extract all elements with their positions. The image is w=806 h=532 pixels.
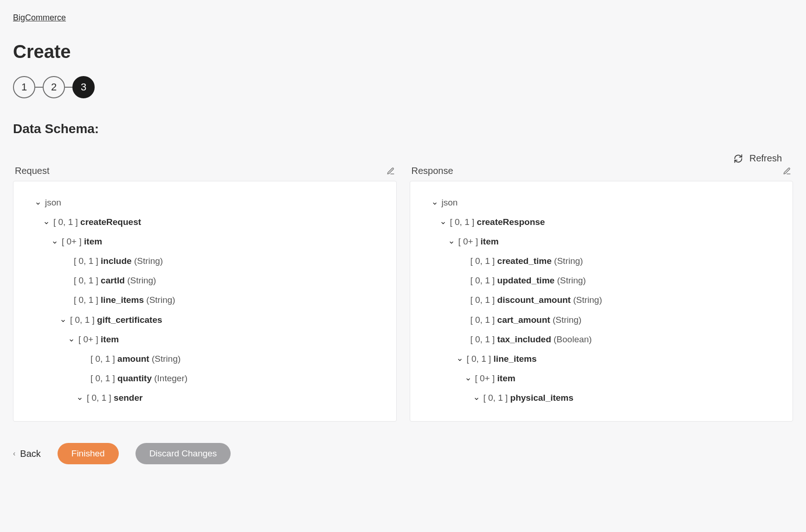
schema-node: [ 0, 1 ] tax_included (Boolean) [457,331,782,348]
request-title: Request [15,166,50,176]
schema-node: [ 0, 1 ] createRequest [43,214,385,231]
schema-node-label: [ 0, 1 ] discount_amount (String) [471,292,602,308]
request-schema: json[ 0, 1 ] createRequest[ 0+ ] item[ 0… [13,181,397,422]
breadcrumb-bigcommerce[interactable]: BigCommerce [13,13,66,22]
schema-node: [ 0, 1 ] physical_items [473,390,782,406]
schema-node: [ 0+ ] item [448,233,782,250]
chevron-down-icon[interactable] [60,318,66,324]
schema-node: [ 0, 1 ] amount (String) [77,351,385,367]
schema-node-label: [ 0, 1 ] include (String) [74,253,163,269]
chevron-down-icon[interactable] [35,200,41,207]
discard-changes-button[interactable]: Discard Changes [135,443,231,464]
schema-node-label: [ 0, 1 ] cartId (String) [74,272,156,289]
schema-node-label: [ 0, 1 ] amount (String) [90,351,181,367]
response-schema: json[ 0, 1 ] createResponse[ 0+ ] item[ … [410,181,793,422]
schema-node: [ 0, 1 ] quantity (Integer) [77,370,385,387]
schema-node-label: [ 0, 1 ] createResponse [450,214,545,231]
chevron-down-icon[interactable] [465,376,471,383]
schema-node-label: [ 0, 1 ] quantity (Integer) [90,370,187,387]
pencil-icon[interactable] [783,167,791,175]
back-label: Back [20,449,40,459]
chevron-down-icon[interactable] [77,396,83,402]
stepper-line [35,87,43,88]
schema-node: [ 0, 1 ] createResponse [440,214,782,231]
schema-node-label: json [442,194,458,211]
schema-node-label: [ 0, 1 ] physical_items [484,390,574,406]
schema-node: [ 0+ ] item [52,233,385,250]
schema-node-label: [ 0, 1 ] cart_amount (String) [471,312,582,328]
schema-node-label: [ 0+ ] item [78,331,119,348]
schema-node: [ 0, 1 ] discount_amount (String) [457,292,782,308]
refresh-icon[interactable] [734,154,743,163]
schema-node: [ 0, 1 ] gift_certificates [60,312,385,328]
chevron-down-icon[interactable] [448,239,455,246]
chevron-down-icon[interactable] [440,220,446,226]
schema-node-label: json [45,194,61,211]
chevron-down-icon[interactable] [457,357,463,363]
schema-node: [ 0, 1 ] cart_amount (String) [457,312,782,328]
refresh-label[interactable]: Refresh [749,153,782,164]
schema-node-label: [ 0, 1 ] line_items [467,351,537,367]
page-title: Create [13,41,793,62]
schema-node: [ 0, 1 ] sender [77,390,385,406]
schema-node-label: [ 0+ ] item [458,233,499,250]
chevron-down-icon[interactable] [432,200,438,207]
schema-node-label: [ 0, 1 ] created_time (String) [471,253,583,269]
chevron-down-icon[interactable] [68,337,75,344]
step-2[interactable]: 2 [43,76,65,98]
schema-node: json [35,194,385,211]
chevron-down-icon[interactable] [43,220,50,226]
response-title: Response [412,166,453,176]
schema-node-label: [ 0, 1 ] createRequest [53,214,141,231]
schema-node: [ 0, 1 ] created_time (String) [457,253,782,269]
schema-node: [ 0, 1 ] line_items [457,351,782,367]
schema-node-label: [ 0, 1 ] line_items (String) [74,292,175,308]
schema-node-label: [ 0, 1 ] sender [87,390,142,406]
schema-node: [ 0, 1 ] line_items (String) [60,292,385,308]
schema-node: [ 0, 1 ] updated_time (String) [457,272,782,289]
schema-node-label: [ 0, 1 ] tax_included (Boolean) [471,331,592,348]
schema-node-label: [ 0, 1 ] gift_certificates [70,312,162,328]
chevron-down-icon[interactable] [473,396,480,402]
stepper-line [65,87,72,88]
schema-node: [ 0, 1 ] cartId (String) [60,272,385,289]
back-button[interactable]: ‹ Back [13,449,41,459]
schema-node-label: [ 0+ ] item [62,233,102,250]
step-3[interactable]: 3 [72,76,95,98]
schema-node: json [432,194,782,211]
schema-node: [ 0+ ] item [465,370,782,387]
section-title: Data Schema: [13,122,793,136]
schema-node-label: [ 0, 1 ] updated_time (String) [471,272,586,289]
schema-node: [ 0+ ] item [68,331,385,348]
schema-node: [ 0, 1 ] include (String) [60,253,385,269]
chevron-left-icon: ‹ [13,449,15,458]
step-1[interactable]: 1 [13,76,35,98]
pencil-icon[interactable] [387,167,395,175]
stepper: 1 2 3 [13,76,793,98]
finished-button[interactable]: Finished [58,443,119,464]
chevron-down-icon[interactable] [52,239,58,246]
schema-node-label: [ 0+ ] item [475,370,516,387]
